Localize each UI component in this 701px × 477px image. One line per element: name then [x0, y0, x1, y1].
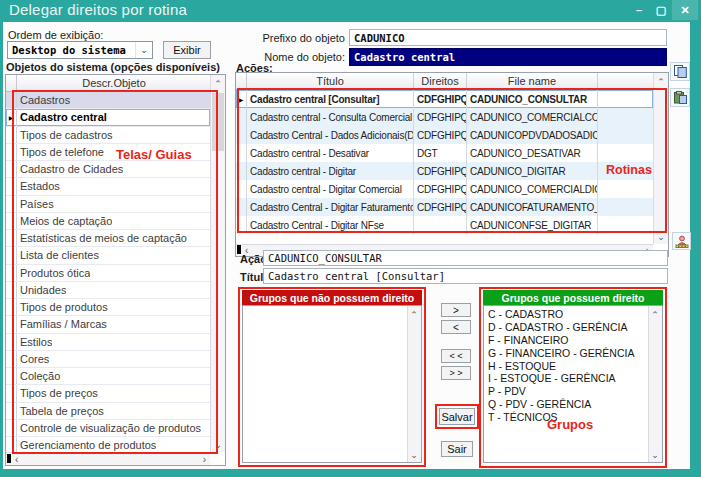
row-indicator-cell [236, 126, 247, 144]
scroll-up-icon[interactable]: ⌃ [654, 74, 668, 89]
action-empty-cell [598, 216, 653, 234]
group-item[interactable]: D - CADASTRO - GERÊNCIA [484, 321, 649, 334]
list-item[interactable]: Tabela de preços [6, 403, 210, 420]
list-item[interactable]: Tipos de telefone [6, 144, 210, 161]
group-item[interactable]: F - FINANCEIRO [484, 334, 649, 347]
list-item[interactable]: Coleção [6, 368, 210, 385]
group-item[interactable]: C - CADASTRO [484, 308, 649, 321]
move-all-right-button[interactable]: > > [441, 366, 471, 380]
objects-list-vertical-scrollbar[interactable]: ⌃ ⌄ [210, 75, 225, 452]
list-item[interactable]: Tipos de produtos [6, 299, 210, 316]
table-row[interactable]: Cadastro Central - Digitar NFseCADUNICON… [236, 216, 653, 234]
order-select[interactable]: Desktop do sistema ⌄ [7, 41, 153, 59]
list-item[interactable]: Controle de visualização de produtos [6, 420, 210, 437]
row-marker-icon: ▶ [239, 96, 244, 103]
list-item[interactable]: Tipos de cadastros [6, 127, 210, 144]
action-direitos-cell: CDFGHIPQT [414, 198, 467, 216]
group-item[interactable]: G - FINANCEIRO - GERÊNCIA [484, 346, 649, 359]
exibir-button[interactable]: Exibir [163, 41, 211, 59]
scroll-down-icon[interactable]: ⌄ [211, 437, 225, 452]
list-item[interactable]: Meios de captação [6, 213, 210, 230]
groups-without-rights-list[interactable]: ⌃ ⌄ [242, 305, 422, 463]
action-file-cell: CADUNICOPDVDADOSADICIONAIS [467, 126, 598, 144]
scroll-right-icon[interactable]: › [203, 454, 206, 465]
action-titulo-cell: Cadastro central - Digitar Comercial [247, 180, 414, 198]
scroll-up-icon[interactable]: ⌃ [211, 76, 225, 91]
list-item[interactable]: Cadastro de Cidades [6, 161, 210, 178]
column-header-file-name[interactable]: File name [467, 73, 598, 89]
table-row[interactable]: ▶Cadastro central [Consultar]CDFGHIPQTCA… [236, 90, 653, 108]
clipboard-paste-icon [674, 91, 687, 104]
list-item[interactable]: Estilos [6, 334, 210, 351]
table-row[interactable]: Cadastro Central - Dados Adicionais(Digi… [236, 126, 653, 144]
groups-with-rights-list[interactable]: C - CADASTROD - CADASTRO - GERÊNCIAF - F… [483, 305, 663, 463]
groups-with-rights-header: Grupos que possuem direito [483, 290, 663, 305]
prefix-field[interactable]: CADUNICO [349, 29, 667, 46]
action-titulo-cell: Cadastro Central - Digitar Faturamento [247, 198, 414, 216]
table-row[interactable]: Cadastro central - DigitarCDFGHIPQTCADUN… [236, 162, 653, 180]
order-select-value: Desktop do sistema [8, 44, 135, 56]
objects-list-horizontal-scrollbar[interactable]: ‹ › [6, 452, 210, 465]
group-item[interactable]: Q - PDV - GERÊNCIA [484, 398, 649, 411]
group-item[interactable]: P - PDV [484, 385, 649, 398]
scroll-down-icon[interactable]: ⌄ [654, 229, 668, 244]
list-item[interactable]: Produtos ótica [6, 265, 210, 282]
scroll-up-icon[interactable]: ⌃ [649, 307, 661, 322]
copy-button[interactable] [670, 62, 690, 81]
list-item-label: Cadastro central [17, 109, 107, 125]
list-item[interactable]: Estatísticas de meios de captação [6, 230, 210, 247]
object-name-field[interactable]: Cadastro central [349, 48, 667, 66]
table-row[interactable]: Cadastro central - DesativarDGTCADUNICO_… [236, 144, 653, 162]
list-item[interactable]: Países [6, 196, 210, 213]
sair-button[interactable]: Sair [441, 441, 473, 457]
list-item[interactable]: Unidades [6, 282, 210, 299]
group-item[interactable]: H - ESTOQUE [484, 359, 649, 372]
actions-grid-vertical-scrollbar[interactable]: ⌃ ⌄ [653, 73, 668, 244]
scroll-left-icon[interactable]: ‹ [15, 454, 18, 465]
table-row[interactable]: Cadastro central - Digitar ComercialCDFG… [236, 180, 653, 198]
list-item[interactable]: Gerenciamento de produtos [6, 437, 210, 452]
scroll-down-icon[interactable]: ⌄ [408, 447, 420, 462]
list-item[interactable]: Estados [6, 178, 210, 195]
table-row[interactable]: Cadastro central - Consulta ComercialCDF… [236, 108, 653, 126]
window-controls: – ▢ ✕ [628, 0, 698, 20]
row-indicator-cell: ▶ [6, 109, 17, 125]
table-row[interactable]: Cadastro Central - Digitar FaturamentoCD… [236, 198, 653, 216]
list-item[interactable]: Cadastros [6, 92, 210, 109]
scroll-down-icon[interactable]: ⌄ [649, 447, 661, 462]
action-empty-cell [598, 180, 653, 198]
close-button[interactable]: ✕ [672, 0, 698, 20]
action-direitos-cell: CDFGHIPQT [414, 180, 467, 198]
move-right-button[interactable]: > [441, 303, 471, 317]
list-item[interactable]: Tipos de preços [6, 385, 210, 402]
column-header-titulo[interactable]: Título [247, 73, 414, 89]
groups-without-scrollbar[interactable]: ⌃ ⌄ [407, 306, 421, 462]
scroll-up-icon[interactable]: ⌃ [408, 307, 420, 322]
minimize-button[interactable]: – [628, 0, 650, 20]
list-item[interactable]: Lista de clientes [6, 247, 210, 264]
salvar-button[interactable]: Salvar [439, 408, 475, 425]
titulo-field[interactable]: Cadastro central [Consultar] [263, 268, 668, 284]
action-titulo-cell: Cadastro central - Consulta Comercial [247, 108, 414, 126]
row-indicator-cell [6, 437, 17, 452]
move-left-button[interactable]: < [441, 320, 471, 334]
move-all-left-button[interactable]: < < [441, 349, 471, 363]
list-item[interactable]: ▶Cadastro central [6, 109, 210, 126]
list-item[interactable]: Cores [6, 351, 210, 368]
group-item[interactable]: T - TÉCNICOS [484, 410, 649, 423]
groups-with-scrollbar[interactable]: ⌃ ⌄ [648, 306, 662, 462]
acao-field[interactable]: CADUNICO_CONSULTAR [263, 250, 668, 266]
column-header-direitos[interactable]: Direitos [414, 73, 467, 89]
row-indicator-cell [6, 196, 17, 212]
column-header-descr-objeto[interactable]: Descr.Objeto [17, 75, 211, 91]
list-item[interactable]: Famílias / Marcas [6, 316, 210, 333]
groups-tool-button[interactable] [672, 232, 691, 250]
scrollbar-thumb[interactable] [212, 93, 224, 151]
paste-button[interactable] [670, 88, 690, 107]
action-empty-cell [598, 126, 653, 144]
row-indicator-cell [6, 213, 17, 229]
group-item[interactable]: I - ESTOQUE - GERÊNCIA [484, 372, 649, 385]
maximize-button[interactable]: ▢ [650, 0, 672, 20]
action-file-cell: CADUNICO_COMERCIALDIGITAR [467, 180, 598, 198]
list-item-label: Estatísticas de meios de captação [17, 230, 187, 246]
